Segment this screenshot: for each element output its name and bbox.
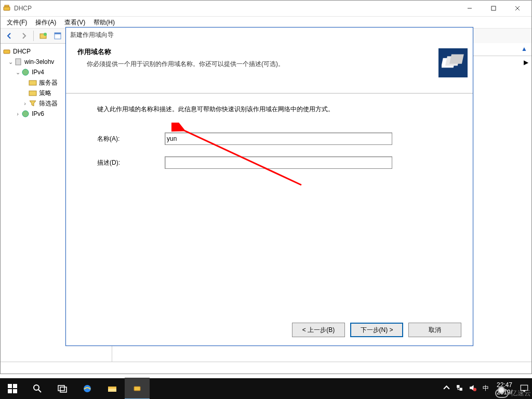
maximize-button[interactable] (482, 1, 506, 16)
new-scope-wizard: 新建作用域向导 作用域名称 你必须提供一个用于识别的作用域名称。你还可以提供一个… (65, 27, 473, 346)
cancel-button[interactable]: 取消 (408, 323, 461, 337)
svg-rect-18 (29, 91, 36, 96)
svg-rect-15 (16, 59, 21, 65)
dhcp-icon (3, 47, 11, 56)
tray-chevron-up-icon[interactable] (443, 384, 450, 393)
statusbar (1, 362, 531, 374)
svg-line-29 (38, 390, 41, 392)
toolbar-back-icon[interactable] (3, 30, 16, 42)
taskbar: 中 22:47 2019/ (0, 378, 532, 399)
back-button[interactable]: < 上一步(B) (292, 323, 345, 337)
svg-rect-0 (4, 7, 10, 10)
menu-file[interactable]: 文件(F) (4, 17, 30, 28)
tree-expand-icon[interactable]: › (21, 100, 29, 107)
svg-rect-30 (58, 385, 64, 391)
svg-rect-1 (5, 5, 9, 7)
collapse-up-icon[interactable]: ▲ (521, 45, 527, 52)
scope-banner-icon (438, 48, 468, 77)
ipv6-icon (21, 110, 30, 118)
tray-network-icon[interactable] (456, 384, 463, 393)
svg-rect-3 (491, 6, 496, 10)
start-button[interactable] (0, 378, 25, 399)
wizard-instruction: 键入此作用域的名称和描述。此信息可帮助你快速识别该作用域在网络中的使用方式。 (97, 105, 442, 114)
svg-rect-35 (134, 387, 140, 391)
tree-expand-icon[interactable]: › (14, 111, 21, 117)
svg-rect-36 (457, 385, 459, 388)
server-icon (14, 58, 22, 66)
svg-point-28 (34, 385, 39, 390)
filter-icon (29, 99, 37, 108)
minimize-button[interactable] (458, 1, 482, 16)
folder-icon (29, 78, 37, 87)
folder-icon (29, 89, 37, 97)
cloud-icon (495, 389, 509, 398)
menu-help[interactable]: 帮助(H) (90, 17, 118, 28)
watermark: 亿速云 (495, 389, 531, 398)
svg-point-16 (22, 69, 29, 75)
svg-point-38 (473, 388, 476, 391)
taskbar-dhcp-icon[interactable] (125, 378, 150, 399)
svg-rect-26 (8, 389, 12, 393)
toolbar-properties-icon[interactable] (51, 30, 64, 42)
wizard-heading: 作用域名称 (77, 47, 466, 57)
tree-collapse-icon[interactable]: ⌄ (7, 59, 14, 65)
toolbar-forward-icon[interactable] (17, 30, 31, 42)
svg-rect-17 (29, 81, 36, 85)
tray-volume-icon[interactable] (469, 384, 476, 393)
svg-rect-37 (459, 388, 462, 391)
svg-rect-27 (13, 389, 17, 393)
tree-collapse-icon[interactable]: ⌄ (14, 69, 21, 76)
wizard-header: 作用域名称 你必须提供一个用于识别的作用域名称。你还可以提供一个描述(可选)。 (66, 42, 473, 94)
next-button[interactable]: 下一步(N) > (350, 323, 403, 337)
scope-desc-input[interactable] (165, 156, 392, 169)
svg-rect-25 (13, 384, 17, 388)
svg-rect-24 (8, 384, 12, 388)
svg-rect-14 (4, 50, 10, 54)
task-view-icon[interactable] (50, 378, 75, 399)
scope-name-label: 名称(A): (97, 135, 165, 143)
menu-action[interactable]: 操作(A) (32, 17, 59, 28)
svg-point-7 (44, 33, 47, 36)
scope-desc-label: 描述(D): (97, 158, 165, 167)
dhcp-app-icon (3, 4, 11, 12)
svg-rect-22 (449, 55, 464, 64)
wizard-body: 键入此作用域的名称和描述。此信息可帮助你快速识别该作用域在网络中的使用方式。 名… (66, 94, 473, 169)
titlebar: DHCP (1, 1, 531, 17)
ipv4-icon (21, 68, 30, 76)
taskbar-ie-icon[interactable] (75, 378, 100, 399)
svg-text:中: 中 (482, 384, 488, 391)
scope-name-input[interactable] (165, 132, 392, 145)
toolbar-add-icon[interactable] (36, 30, 50, 42)
search-icon[interactable] (25, 378, 50, 399)
taskbar-explorer-icon[interactable] (100, 378, 125, 399)
toolbar-divider (33, 31, 34, 41)
close-button[interactable] (506, 1, 529, 16)
chevron-right-icon: ▶ (524, 59, 528, 66)
window-title: DHCP (14, 5, 458, 12)
svg-point-19 (22, 111, 29, 117)
svg-rect-31 (60, 387, 66, 392)
menu-view[interactable]: 查看(V) (61, 17, 88, 28)
svg-rect-9 (55, 33, 61, 34)
svg-rect-34 (108, 389, 116, 392)
tray-ime-icon[interactable]: 中 (482, 384, 489, 393)
wizard-title: 新建作用域向导 (66, 28, 473, 42)
wizard-subheading: 你必须提供一个用于识别的作用域名称。你还可以提供一个描述(可选)。 (87, 60, 466, 69)
system-tray: 中 (440, 384, 493, 393)
